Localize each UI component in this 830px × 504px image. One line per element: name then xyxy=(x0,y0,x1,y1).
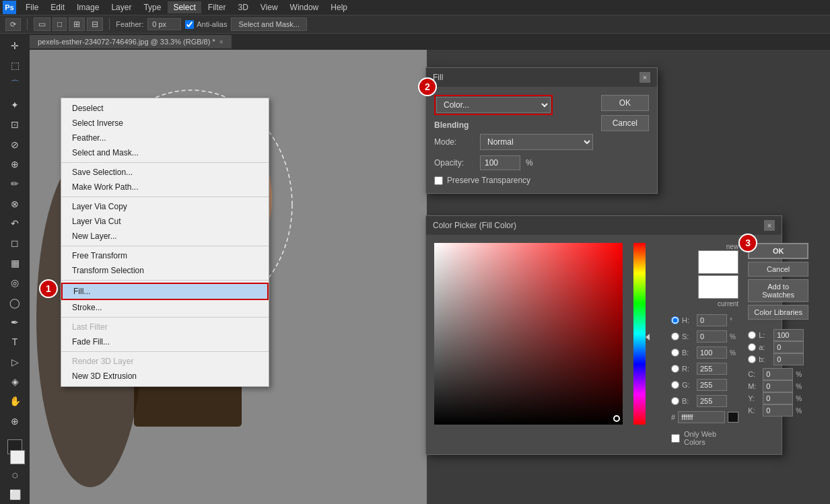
select-mask-btn[interactable]: Select and Mask... xyxy=(231,17,307,31)
color-spectrum[interactable] xyxy=(633,243,646,425)
ctx-stroke[interactable]: Stroke... xyxy=(61,300,269,315)
blur-tool[interactable]: ◎ xyxy=(4,274,26,292)
preserve-checkbox[interactable] xyxy=(434,176,443,185)
antialias-checkbox[interactable] xyxy=(185,20,194,29)
feather-input[interactable] xyxy=(147,18,181,30)
ctx-layer-via-copy[interactable]: Layer Via Copy xyxy=(61,199,269,214)
crop-tool[interactable]: ⊡ xyxy=(4,116,26,134)
m-input[interactable] xyxy=(763,380,793,392)
g-radio[interactable] xyxy=(671,381,679,389)
cp-add-swatches-btn[interactable]: Add to Swatches xyxy=(748,279,808,302)
ctx-sep-4 xyxy=(61,280,269,281)
fill-cancel-btn[interactable]: Cancel xyxy=(601,115,649,131)
lasso-tool-btn[interactable]: ⟳ xyxy=(5,18,21,31)
history-tool[interactable]: ↶ xyxy=(4,214,26,232)
ctx-layer-via-cut[interactable]: Layer Via Cut xyxy=(61,214,269,229)
path-select-tool[interactable]: ▷ xyxy=(4,353,26,371)
menu-layer[interactable]: Layer xyxy=(106,1,137,13)
brush-tool[interactable]: ✏ xyxy=(4,175,26,193)
l-input[interactable] xyxy=(773,329,804,341)
menu-filter[interactable]: Filter xyxy=(203,1,232,13)
dodge-tool[interactable]: ◯ xyxy=(4,293,26,312)
move-tool[interactable]: ✛ xyxy=(4,36,26,55)
fill-ok-btn[interactable]: OK xyxy=(601,95,649,111)
b3-input[interactable] xyxy=(773,353,804,365)
eyedropper-tool[interactable]: ⊘ xyxy=(4,135,26,153)
add-btn[interactable]: ⊞ xyxy=(69,17,85,31)
menu-help[interactable]: Help xyxy=(325,1,353,13)
b-input[interactable] xyxy=(697,347,727,359)
heal-tool[interactable]: ⊕ xyxy=(4,155,26,173)
cp-color-libraries-btn[interactable]: Color Libraries xyxy=(748,305,808,320)
ctx-sep-2 xyxy=(61,196,269,197)
fill-dialog-close[interactable]: × xyxy=(639,72,650,83)
menu-edit[interactable]: Edit xyxy=(45,1,70,13)
ctx-select-inverse[interactable]: Select Inverse xyxy=(61,116,269,131)
ctx-new-layer[interactable]: New Layer... xyxy=(61,229,269,244)
ctx-new-3d[interactable]: New 3D Extrusion xyxy=(61,369,269,384)
ctx-feather[interactable]: Feather... xyxy=(61,131,269,145)
ctx-transform-selection[interactable]: Transform Selection xyxy=(61,263,269,278)
s-input[interactable] xyxy=(697,330,727,343)
ctx-select-mask[interactable]: Select and Mask... xyxy=(61,145,269,160)
rect-btn[interactable]: ▭ xyxy=(34,17,50,31)
square-btn[interactable]: □ xyxy=(53,17,67,31)
menu-3d[interactable]: 3D xyxy=(232,1,253,13)
r-input[interactable] xyxy=(697,363,727,375)
gradient-tool[interactable]: ▦ xyxy=(4,254,26,272)
active-tab[interactable]: pexels-esther-234072-746496.jpg @ 33.3% … xyxy=(30,35,232,48)
b2-input[interactable] xyxy=(697,395,727,407)
bg-color[interactable] xyxy=(10,450,25,465)
opacity-input[interactable] xyxy=(480,155,520,170)
ctx-fill[interactable]: Fill... xyxy=(61,283,269,300)
menu-select[interactable]: Select xyxy=(168,1,201,13)
zoom-tool[interactable]: ⊕ xyxy=(4,412,26,430)
h-radio[interactable] xyxy=(671,316,679,324)
lasso-tool[interactable]: ⌒ xyxy=(4,76,26,94)
ctx-free-transform[interactable]: Free Transform xyxy=(61,248,269,263)
menu-type[interactable]: Type xyxy=(138,1,166,13)
ctx-fade-fill[interactable]: Fade Fill... xyxy=(61,334,269,349)
screen-mode[interactable]: ⬜ xyxy=(4,486,26,504)
b3-radio[interactable] xyxy=(748,355,756,363)
tab-close-btn[interactable]: × xyxy=(219,38,223,46)
text-tool[interactable]: T xyxy=(4,333,26,351)
only-web-checkbox[interactable] xyxy=(671,434,680,443)
menu-file[interactable]: File xyxy=(20,1,44,13)
magic-wand-tool[interactable]: ✦ xyxy=(4,96,26,114)
c-input[interactable] xyxy=(763,368,793,380)
clone-tool[interactable]: ⊗ xyxy=(4,194,26,213)
menu-view[interactable]: View xyxy=(255,1,283,13)
rect-select-tool[interactable]: ⬚ xyxy=(4,56,26,74)
quick-mask[interactable]: ⬡ xyxy=(4,466,26,484)
cp-close-btn[interactable]: × xyxy=(764,220,775,231)
ctx-make-work-path[interactable]: Make Work Path... xyxy=(61,180,269,194)
shape-tool[interactable]: ◈ xyxy=(4,372,26,390)
g-input[interactable] xyxy=(697,379,727,391)
pen-tool[interactable]: ✒ xyxy=(4,313,26,331)
a-radio[interactable] xyxy=(748,343,756,351)
cp-cancel-btn[interactable]: Cancel xyxy=(748,262,808,277)
eraser-tool[interactable]: ◻ xyxy=(4,234,26,252)
menu-image[interactable]: Image xyxy=(71,1,104,13)
sub-btn[interactable]: ⊟ xyxy=(87,17,103,31)
color-gradient[interactable] xyxy=(434,243,623,425)
h-input[interactable] xyxy=(697,314,727,326)
l-radio[interactable] xyxy=(748,331,756,339)
s-radio[interactable] xyxy=(671,332,679,340)
ctx-save-selection[interactable]: Save Selection... xyxy=(61,165,269,180)
r-radio[interactable] xyxy=(671,365,679,373)
b-radio[interactable] xyxy=(671,349,679,357)
y-input[interactable] xyxy=(763,392,793,404)
mode-select[interactable]: Normal xyxy=(480,134,593,150)
ctx-deselect[interactable]: Deselect xyxy=(61,101,269,116)
hex-input[interactable] xyxy=(678,411,725,423)
cp-ok-btn[interactable]: OK xyxy=(748,243,808,259)
menu-window[interactable]: Window xyxy=(285,1,324,13)
fill-buttons: OK Cancel xyxy=(601,95,649,185)
hand-tool[interactable]: ✋ xyxy=(4,392,26,410)
a-input[interactable] xyxy=(773,341,804,353)
b2-radio[interactable] xyxy=(671,397,679,405)
use-select[interactable]: Color... xyxy=(436,97,551,113)
k-input[interactable] xyxy=(763,404,793,417)
